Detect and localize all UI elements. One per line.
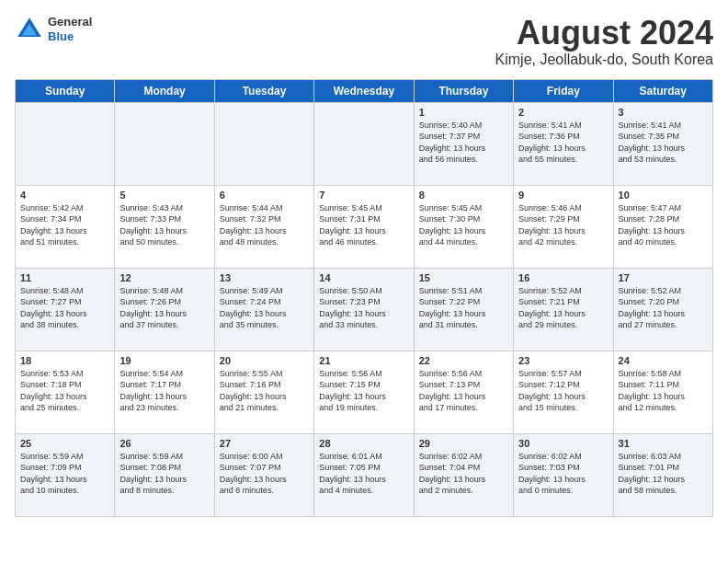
day-info: Sunrise: 5:55 AM Sunset: 7:16 PM Dayligh… bbox=[220, 368, 309, 414]
day-info: Sunrise: 5:51 AM Sunset: 7:22 PM Dayligh… bbox=[419, 285, 508, 331]
cell-week1-day0 bbox=[16, 102, 115, 185]
day-info: Sunrise: 5:48 AM Sunset: 7:27 PM Dayligh… bbox=[20, 285, 109, 331]
cell-week1-day1 bbox=[115, 102, 214, 185]
day-info: Sunrise: 6:03 AM Sunset: 7:01 PM Dayligh… bbox=[619, 451, 708, 497]
week-row-1: 1Sunrise: 5:40 AM Sunset: 7:37 PM Daylig… bbox=[16, 102, 713, 185]
day-info: Sunrise: 6:01 AM Sunset: 7:05 PM Dayligh… bbox=[319, 451, 408, 497]
day-info: Sunrise: 5:57 AM Sunset: 7:12 PM Dayligh… bbox=[518, 368, 608, 414]
logo-general-text: General bbox=[48, 15, 92, 29]
day-number: 7 bbox=[319, 190, 408, 201]
day-info: Sunrise: 5:56 AM Sunset: 7:13 PM Dayligh… bbox=[419, 368, 508, 414]
day-info: Sunrise: 5:42 AM Sunset: 7:34 PM Dayligh… bbox=[20, 202, 109, 248]
day-info: Sunrise: 6:02 AM Sunset: 7:03 PM Dayligh… bbox=[518, 451, 608, 497]
col-thursday: Thursday bbox=[414, 79, 513, 102]
day-info: Sunrise: 5:58 AM Sunset: 7:11 PM Dayligh… bbox=[619, 368, 708, 414]
day-number: 23 bbox=[518, 355, 608, 366]
day-info: Sunrise: 6:00 AM Sunset: 7:07 PM Dayligh… bbox=[220, 451, 309, 497]
day-number: 31 bbox=[619, 438, 708, 449]
col-friday: Friday bbox=[514, 79, 613, 102]
cell-week2-day0: 4Sunrise: 5:42 AM Sunset: 7:34 PM Daylig… bbox=[16, 185, 115, 268]
day-info: Sunrise: 5:45 AM Sunset: 7:30 PM Dayligh… bbox=[419, 202, 508, 248]
day-info: Sunrise: 5:50 AM Sunset: 7:23 PM Dayligh… bbox=[319, 285, 408, 331]
day-info: Sunrise: 5:47 AM Sunset: 7:28 PM Dayligh… bbox=[619, 202, 708, 248]
cell-week5-day4: 29Sunrise: 6:02 AM Sunset: 7:04 PM Dayli… bbox=[414, 433, 513, 516]
day-number: 9 bbox=[518, 190, 608, 201]
day-number: 6 bbox=[220, 190, 309, 201]
day-number: 30 bbox=[518, 438, 608, 449]
day-info: Sunrise: 5:40 AM Sunset: 7:37 PM Dayligh… bbox=[419, 120, 508, 166]
calendar-table: Sunday Monday Tuesday Wednesday Thursday… bbox=[15, 79, 713, 517]
cell-week1-day4: 1Sunrise: 5:40 AM Sunset: 7:37 PM Daylig… bbox=[414, 102, 513, 185]
day-number: 3 bbox=[619, 107, 708, 118]
day-number: 2 bbox=[518, 107, 608, 118]
day-info: Sunrise: 5:43 AM Sunset: 7:33 PM Dayligh… bbox=[119, 202, 209, 248]
cell-week5-day5: 30Sunrise: 6:02 AM Sunset: 7:03 PM Dayli… bbox=[514, 433, 613, 516]
logo-icon bbox=[15, 15, 44, 44]
col-wednesday: Wednesday bbox=[314, 79, 414, 102]
cell-week2-day6: 10Sunrise: 5:47 AM Sunset: 7:28 PM Dayli… bbox=[613, 185, 712, 268]
calendar-subtitle: Kimje, Jeollabuk-do, South Korea bbox=[495, 52, 713, 68]
day-info: Sunrise: 5:45 AM Sunset: 7:31 PM Dayligh… bbox=[319, 202, 408, 248]
cell-week2-day3: 7Sunrise: 5:45 AM Sunset: 7:31 PM Daylig… bbox=[314, 185, 414, 268]
cell-week4-day3: 21Sunrise: 5:56 AM Sunset: 7:15 PM Dayli… bbox=[314, 350, 414, 433]
cell-week1-day3 bbox=[314, 102, 414, 185]
day-info: Sunrise: 5:48 AM Sunset: 7:26 PM Dayligh… bbox=[119, 285, 209, 331]
day-number: 10 bbox=[619, 190, 708, 201]
header-row: Sunday Monday Tuesday Wednesday Thursday… bbox=[16, 79, 713, 102]
cell-week4-day0: 18Sunrise: 5:53 AM Sunset: 7:18 PM Dayli… bbox=[16, 350, 115, 433]
cell-week2-day4: 8Sunrise: 5:45 AM Sunset: 7:30 PM Daylig… bbox=[414, 185, 513, 268]
header: General Blue August 2024 Kimje, Jeollabu… bbox=[15, 15, 713, 68]
day-number: 26 bbox=[119, 438, 209, 449]
day-info: Sunrise: 5:44 AM Sunset: 7:32 PM Dayligh… bbox=[220, 202, 309, 248]
cell-week1-day5: 2Sunrise: 5:41 AM Sunset: 7:36 PM Daylig… bbox=[514, 102, 613, 185]
day-info: Sunrise: 5:49 AM Sunset: 7:24 PM Dayligh… bbox=[220, 285, 309, 331]
cell-week3-day4: 15Sunrise: 5:51 AM Sunset: 7:22 PM Dayli… bbox=[414, 268, 513, 350]
cell-week4-day1: 19Sunrise: 5:54 AM Sunset: 7:17 PM Dayli… bbox=[115, 350, 214, 433]
day-info: Sunrise: 5:41 AM Sunset: 7:36 PM Dayligh… bbox=[518, 120, 608, 166]
cell-week4-day2: 20Sunrise: 5:55 AM Sunset: 7:16 PM Dayli… bbox=[214, 350, 313, 433]
day-info: Sunrise: 5:54 AM Sunset: 7:17 PM Dayligh… bbox=[119, 368, 209, 414]
cell-week2-day1: 5Sunrise: 5:43 AM Sunset: 7:33 PM Daylig… bbox=[115, 185, 214, 268]
cell-week4-day6: 24Sunrise: 5:58 AM Sunset: 7:11 PM Dayli… bbox=[613, 350, 712, 433]
week-row-4: 18Sunrise: 5:53 AM Sunset: 7:18 PM Dayli… bbox=[16, 350, 713, 433]
day-number: 8 bbox=[419, 190, 508, 201]
week-row-5: 25Sunrise: 5:59 AM Sunset: 7:09 PM Dayli… bbox=[16, 433, 713, 516]
title-section: August 2024 Kimje, Jeollabuk-do, South K… bbox=[495, 15, 713, 68]
day-number: 16 bbox=[518, 272, 608, 283]
col-saturday: Saturday bbox=[613, 79, 712, 102]
day-number: 17 bbox=[619, 272, 708, 283]
day-info: Sunrise: 5:59 AM Sunset: 7:09 PM Dayligh… bbox=[20, 451, 109, 497]
day-number: 22 bbox=[419, 355, 508, 366]
day-info: Sunrise: 5:56 AM Sunset: 7:15 PM Dayligh… bbox=[319, 368, 408, 414]
day-number: 14 bbox=[319, 272, 408, 283]
day-number: 4 bbox=[20, 190, 109, 201]
day-number: 28 bbox=[319, 438, 408, 449]
day-number: 12 bbox=[119, 272, 209, 283]
cell-week3-day5: 16Sunrise: 5:52 AM Sunset: 7:21 PM Dayli… bbox=[514, 268, 613, 350]
cell-week1-day6: 3Sunrise: 5:41 AM Sunset: 7:35 PM Daylig… bbox=[613, 102, 712, 185]
day-info: Sunrise: 5:52 AM Sunset: 7:21 PM Dayligh… bbox=[518, 285, 608, 331]
cell-week1-day2 bbox=[214, 102, 313, 185]
day-info: Sunrise: 6:02 AM Sunset: 7:04 PM Dayligh… bbox=[419, 451, 508, 497]
day-number: 21 bbox=[319, 355, 408, 366]
col-monday: Monday bbox=[115, 79, 214, 102]
day-info: Sunrise: 5:53 AM Sunset: 7:18 PM Dayligh… bbox=[20, 368, 109, 414]
day-info: Sunrise: 5:41 AM Sunset: 7:35 PM Dayligh… bbox=[619, 120, 708, 166]
cell-week5-day2: 27Sunrise: 6:00 AM Sunset: 7:07 PM Dayli… bbox=[214, 433, 313, 516]
day-info: Sunrise: 5:52 AM Sunset: 7:20 PM Dayligh… bbox=[619, 285, 708, 331]
logo-blue-text: Blue bbox=[48, 29, 92, 44]
day-info: Sunrise: 5:46 AM Sunset: 7:29 PM Dayligh… bbox=[518, 202, 608, 248]
day-number: 11 bbox=[20, 272, 109, 283]
logo: General Blue bbox=[15, 15, 92, 44]
cell-week2-day2: 6Sunrise: 5:44 AM Sunset: 7:32 PM Daylig… bbox=[214, 185, 313, 268]
cell-week5-day3: 28Sunrise: 6:01 AM Sunset: 7:05 PM Dayli… bbox=[314, 433, 414, 516]
week-row-3: 11Sunrise: 5:48 AM Sunset: 7:27 PM Dayli… bbox=[16, 268, 713, 350]
cell-week3-day2: 13Sunrise: 5:49 AM Sunset: 7:24 PM Dayli… bbox=[214, 268, 313, 350]
day-number: 24 bbox=[619, 355, 708, 366]
day-number: 27 bbox=[220, 438, 309, 449]
cell-week3-day6: 17Sunrise: 5:52 AM Sunset: 7:20 PM Dayli… bbox=[613, 268, 712, 350]
col-tuesday: Tuesday bbox=[214, 79, 313, 102]
day-number: 15 bbox=[419, 272, 508, 283]
cell-week3-day0: 11Sunrise: 5:48 AM Sunset: 7:27 PM Dayli… bbox=[16, 268, 115, 350]
col-sunday: Sunday bbox=[16, 79, 115, 102]
